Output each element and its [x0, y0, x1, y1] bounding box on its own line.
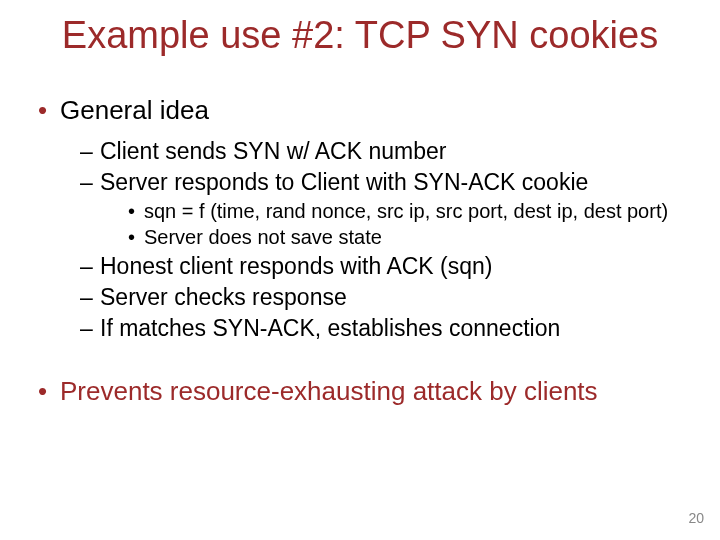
bullet-level2: –Server checks response: [30, 284, 700, 311]
bullet-level2: –Server responds to Client with SYN-ACK …: [30, 169, 700, 196]
bullet-text: Server does not save state: [144, 226, 382, 248]
bullet-level3: •Server does not save state: [30, 226, 700, 249]
bullet-dot-icon: •: [128, 200, 144, 223]
bullet-level1: •General idea: [30, 95, 700, 126]
bullet-level2: –Client sends SYN w/ ACK number: [30, 138, 700, 165]
bullet-level1-highlight: •Prevents resource-exhausting attack by …: [30, 376, 700, 407]
bullet-text: Honest client responds with ACK (sqn): [100, 253, 492, 279]
dash-icon: –: [80, 138, 100, 165]
bullet-level2: –If matches SYN-ACK, establishes connect…: [30, 315, 700, 342]
bullet-level2: –Honest client responds with ACK (sqn): [30, 253, 700, 280]
bullet-text: Prevents resource-exhausting attack by c…: [60, 376, 598, 406]
bullet-text: General idea: [60, 95, 209, 125]
dash-icon: –: [80, 169, 100, 196]
bullet-dot-icon: •: [38, 95, 60, 126]
dash-icon: –: [80, 315, 100, 342]
page-number: 20: [688, 510, 704, 526]
slide-content: •General idea –Client sends SYN w/ ACK n…: [0, 95, 720, 407]
bullet-text: If matches SYN-ACK, establishes connecti…: [100, 315, 560, 341]
slide-title: Example use #2: TCP SYN cookies: [0, 0, 720, 75]
bullet-text: Server responds to Client with SYN-ACK c…: [100, 169, 588, 195]
bullet-text: Server checks response: [100, 284, 347, 310]
dash-icon: –: [80, 284, 100, 311]
bullet-dot-icon: •: [128, 226, 144, 249]
bullet-level3: •sqn = f (time, rand nonce, src ip, src …: [30, 200, 700, 223]
bullet-text: Client sends SYN w/ ACK number: [100, 138, 446, 164]
bullet-dot-icon: •: [38, 376, 60, 407]
bullet-text: sqn = f (time, rand nonce, src ip, src p…: [144, 200, 668, 222]
dash-icon: –: [80, 253, 100, 280]
